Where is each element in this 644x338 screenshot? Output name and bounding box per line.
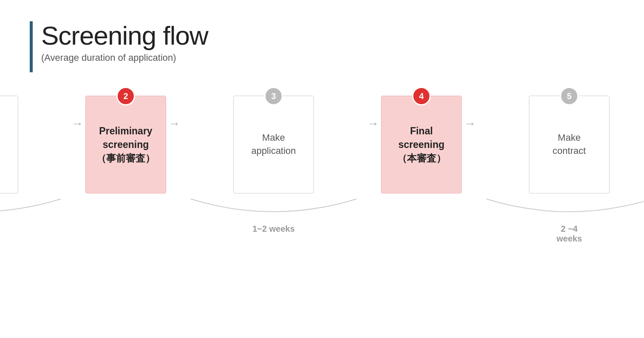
arc-5-6 bbox=[478, 197, 644, 222]
header-text-block: Screening flow (Average duration of appl… bbox=[41, 21, 208, 63]
arrow-4-5: → bbox=[462, 117, 478, 131]
step-2-number: 2 bbox=[116, 87, 135, 105]
step-4: 4 Finalscreening（本審査） bbox=[381, 96, 462, 222]
page-title: Screening flow bbox=[41, 21, 208, 50]
flow-diagram: 1 Search forland 3~4 days → 2 Preliminar… bbox=[30, 96, 614, 244]
step-5-label: Makecontract bbox=[548, 131, 590, 158]
page-subtitle: (Average duration of application) bbox=[41, 52, 208, 63]
step-4-box: 4 Finalscreening（本審査） bbox=[381, 96, 462, 193]
step-2-label: Preliminaryscreening（事前審査） bbox=[92, 124, 159, 165]
step-4-number: 4 bbox=[412, 87, 431, 105]
arrow-1-2: → bbox=[69, 117, 85, 131]
duration-5-6: 2 ~4weeks bbox=[556, 224, 582, 244]
header: Screening flow (Average duration of appl… bbox=[30, 21, 614, 72]
step-3-number: 3 bbox=[264, 87, 283, 105]
step-1-box: 1 Search forland bbox=[0, 96, 18, 193]
arrow-3-4: → bbox=[365, 117, 381, 131]
step-5-box: 5 Makecontract bbox=[529, 96, 610, 193]
arrow-2-3: → bbox=[166, 117, 182, 131]
step-1-label: Search forland bbox=[0, 131, 4, 158]
step-5-number: 5 bbox=[560, 87, 579, 105]
step-5: 5 Makecontract 2 ~4weeks bbox=[478, 96, 644, 244]
step-3: 3 Makeapplication 1~2 weeks bbox=[182, 96, 365, 234]
step-4-label: Finalscreening（本審査） bbox=[393, 124, 450, 165]
step-3-label: Makeapplication bbox=[247, 131, 300, 158]
duration-3-4: 1~2 weeks bbox=[252, 224, 295, 234]
step-2: 2 Preliminaryscreening（事前審査） bbox=[85, 96, 166, 222]
arc-1-2 bbox=[0, 197, 69, 222]
header-accent-bar bbox=[30, 21, 33, 72]
step-1: 1 Search forland 3~4 days bbox=[0, 96, 69, 234]
step-2-box: 2 Preliminaryscreening（事前審査） bbox=[85, 96, 166, 193]
step-3-box: 3 Makeapplication bbox=[233, 96, 314, 193]
arc-3-4 bbox=[182, 197, 365, 222]
